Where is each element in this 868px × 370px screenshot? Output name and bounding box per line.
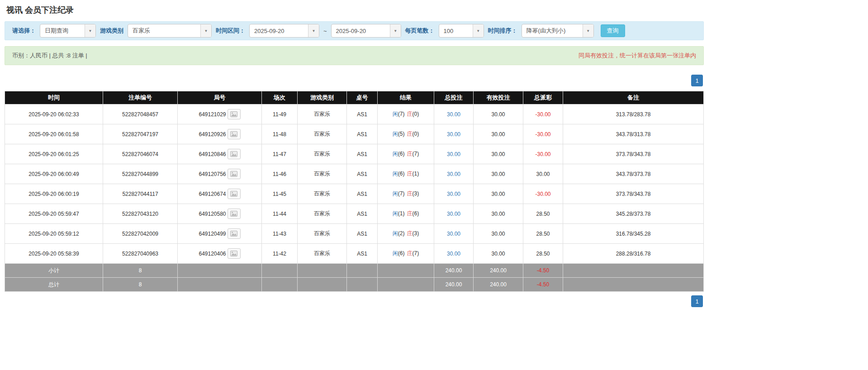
game-type-cell: 百家乐 bbox=[298, 104, 347, 124]
bet-id-cell: 522827047197 bbox=[103, 124, 178, 144]
bet-id-cell: 522827043120 bbox=[103, 204, 178, 224]
round-replay-button[interactable] bbox=[228, 248, 241, 259]
round-id: 649120846 bbox=[199, 151, 226, 157]
chevron-down-icon: ▼ bbox=[583, 24, 593, 37]
round-id-cell: 649120846 bbox=[178, 144, 262, 164]
total-count: 8 bbox=[103, 278, 178, 292]
total-bet-link[interactable]: 30.00 bbox=[447, 211, 460, 217]
round-replay-button[interactable] bbox=[228, 209, 241, 219]
game-type-dropdown[interactable]: 百家乐 ▼ bbox=[128, 24, 212, 38]
page-size-dropdown[interactable]: 100 ▼ bbox=[439, 24, 484, 38]
table-no-cell: AS1 bbox=[347, 124, 378, 144]
round-id-cell: 649121029 bbox=[178, 104, 262, 124]
total-payout: -4.50 bbox=[523, 278, 563, 292]
subtotal-payout: -4.50 bbox=[523, 264, 563, 278]
note-cell: 343.78/373.78 bbox=[563, 164, 704, 184]
search-button[interactable]: 查询 bbox=[601, 24, 625, 37]
banker-result-score: (0) bbox=[413, 111, 419, 117]
round-id-cell: 649120674 bbox=[178, 184, 262, 204]
bet-id-cell: 522827042009 bbox=[103, 224, 178, 244]
col-header-time: 时间 bbox=[5, 91, 103, 104]
total-bet-link[interactable]: 30.00 bbox=[447, 191, 460, 197]
result-cell: 闲(6)庄(7) bbox=[378, 244, 434, 264]
col-header-session: 场次 bbox=[262, 91, 298, 104]
round-replay-button[interactable] bbox=[228, 169, 241, 179]
col-header-note: 备注 bbox=[563, 91, 704, 104]
payout-cell: 30.00 bbox=[523, 164, 563, 184]
banker-result-score: (1) bbox=[413, 171, 419, 177]
valid-bet-cell: 30.00 bbox=[474, 224, 523, 244]
summary-bar: 币别：人民币 | 总共 :8 注单 | 同局有效投注，统一计算在该局第一张注单内 bbox=[5, 46, 704, 65]
note-cell: 288.28/316.78 bbox=[563, 244, 704, 264]
player-result-score: (2) bbox=[398, 230, 405, 237]
subtotal-count: 8 bbox=[103, 264, 178, 278]
round-id: 649120580 bbox=[199, 211, 226, 217]
total-bet-cell: 30.00 bbox=[434, 204, 474, 224]
page-1-button[interactable]: 1 bbox=[691, 295, 703, 307]
valid-bet-cell: 30.00 bbox=[474, 164, 523, 184]
player-result-score: (5) bbox=[398, 131, 405, 137]
result-cell: 闲(7)庄(0) bbox=[378, 104, 434, 124]
session-cell: 11-49 bbox=[262, 104, 298, 124]
replay-image-icon bbox=[230, 171, 237, 177]
valid-bet-cell: 30.00 bbox=[474, 204, 523, 224]
game-type-cell: 百家乐 bbox=[298, 224, 347, 244]
table-no-cell: AS1 bbox=[347, 104, 378, 124]
time-range-label: 时间区间： bbox=[216, 27, 245, 35]
round-replay-button[interactable] bbox=[228, 189, 241, 199]
player-result-label: 闲 bbox=[393, 111, 398, 117]
banker-result-label: 庄 bbox=[407, 111, 413, 117]
total-bet-cell: 30.00 bbox=[434, 244, 474, 264]
banker-result-label: 庄 bbox=[407, 171, 413, 177]
sort-order-dropdown[interactable]: 降幂(由大到小) ▼ bbox=[522, 24, 594, 38]
total-valid-bet: 240.00 bbox=[474, 278, 523, 292]
player-result-score: (7) bbox=[398, 111, 405, 117]
page-1-button[interactable]: 1 bbox=[691, 75, 703, 86]
total-bet-link[interactable]: 30.00 bbox=[447, 251, 460, 257]
replay-image-icon bbox=[230, 231, 237, 237]
time-cell: 2025-09-20 05:59:47 bbox=[5, 204, 103, 224]
player-result-label: 闲 bbox=[393, 230, 398, 237]
round-replay-button[interactable] bbox=[228, 129, 241, 139]
valid-bet-cell: 30.00 bbox=[474, 144, 523, 164]
page-title: 视讯 会员下注纪录 bbox=[6, 5, 704, 15]
result-cell: 闲(1)庄(6) bbox=[378, 204, 434, 224]
banker-result-label: 庄 bbox=[407, 131, 413, 137]
total-bet-link[interactable]: 30.00 bbox=[447, 231, 460, 237]
player-result-label: 闲 bbox=[393, 190, 398, 197]
range-separator: ~ bbox=[323, 28, 327, 34]
total-bet-link[interactable]: 30.00 bbox=[447, 171, 460, 177]
date-from-value: 2025-09-20 bbox=[250, 24, 308, 37]
result-cell: 闲(6)庄(7) bbox=[378, 144, 434, 164]
replay-image-icon bbox=[230, 111, 237, 117]
bet-id-cell: 522827044117 bbox=[103, 184, 178, 204]
banker-result-score: (3) bbox=[413, 190, 419, 197]
banker-result-label: 庄 bbox=[407, 250, 413, 256]
col-header-payout: 总派彩 bbox=[523, 91, 563, 104]
date-to-dropdown[interactable]: 2025-09-20 ▼ bbox=[331, 24, 401, 38]
banker-result-label: 庄 bbox=[407, 151, 413, 157]
result-cell: 闲(6)庄(1) bbox=[378, 164, 434, 184]
total-bet-link[interactable]: 30.00 bbox=[447, 151, 460, 157]
banker-result-score: (7) bbox=[413, 151, 419, 157]
total-bet-link[interactable]: 30.00 bbox=[447, 131, 460, 138]
player-result-score: (1) bbox=[398, 210, 405, 217]
round-id: 649120406 bbox=[199, 251, 226, 257]
bet-id-cell: 522827044899 bbox=[103, 164, 178, 184]
date-from-dropdown[interactable]: 2025-09-20 ▼ bbox=[249, 24, 319, 38]
table-no-cell: AS1 bbox=[347, 144, 378, 164]
total-bet-link[interactable]: 30.00 bbox=[447, 111, 460, 118]
sort-order-value: 降幂(由大到小) bbox=[522, 24, 583, 37]
round-id: 649120499 bbox=[199, 231, 226, 237]
table-row: 2025-09-20 05:59:47 522827043120 6491205… bbox=[5, 204, 704, 224]
player-result-score: (6) bbox=[398, 250, 405, 256]
round-replay-button[interactable] bbox=[228, 228, 241, 239]
table-row: 2025-09-20 05:58:39 522827040963 6491204… bbox=[5, 244, 704, 264]
round-replay-button[interactable] bbox=[228, 109, 241, 119]
col-header-valid-bet: 有效投注 bbox=[474, 91, 523, 104]
total-bet-cell: 30.00 bbox=[434, 144, 474, 164]
round-replay-button[interactable] bbox=[228, 149, 241, 159]
select-mode-dropdown[interactable]: 日期查询 ▼ bbox=[40, 24, 96, 38]
note-cell: 373.78/343.78 bbox=[563, 144, 704, 164]
select-mode-label: 请选择： bbox=[12, 27, 36, 35]
